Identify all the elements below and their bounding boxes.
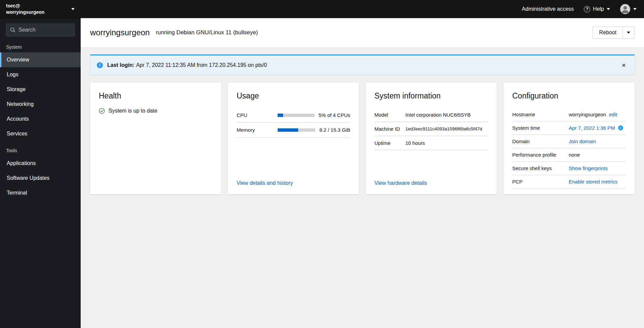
configuration-card: Configuration Hostname worryingsurgeon e… <box>504 83 635 194</box>
sidebar-item-software-updates[interactable]: Software Updates <box>0 171 81 186</box>
health-status-row: System is up to date <box>99 108 212 114</box>
memory-detail: 8.2 / 15.3 GiB <box>319 127 350 133</box>
overview-content: i Last login:Apr 7, 2022 11:12:35 AM fro… <box>81 47 644 328</box>
memory-label: Memory <box>237 127 274 133</box>
performance-profile-label: Performance profile <box>512 152 569 158</box>
domain-label: Domain <box>512 138 569 144</box>
sidebar-item-storage[interactable]: Storage <box>0 82 81 97</box>
current-user: tsec@ <box>6 3 44 9</box>
configuration-title: Configuration <box>512 91 626 100</box>
sidebar: tsec@ worryingsurgeon System Overview Lo… <box>0 0 81 328</box>
main-content: worryingsurgeon running Debian GNU/Linux… <box>81 18 644 328</box>
help-menu-button[interactable]: ? Help <box>584 6 610 12</box>
system-time-row: System time Apr 7, 2022 1:36 PM i <box>512 121 626 135</box>
uptime-value: 10 hours <box>405 140 488 146</box>
memory-usage-row: Memory 8.2 / 15.3 GiB <box>237 123 350 137</box>
sidebar-item-services[interactable]: Services <box>0 126 81 141</box>
sidebar-item-accounts[interactable]: Accounts <box>0 112 81 126</box>
time-info-icon[interactable]: i <box>618 125 623 130</box>
sidebar-item-applications[interactable]: Applications <box>0 156 81 171</box>
system-time-label: System time <box>512 125 569 131</box>
close-icon[interactable]: × <box>620 61 628 69</box>
last-login-text: Last login:Apr 7, 2022 11:12:35 AM from … <box>107 62 267 68</box>
reboot-dropdown-toggle[interactable] <box>623 27 635 39</box>
search-icon <box>10 27 15 33</box>
sidebar-nav: System Overview Logs Storage Networking … <box>0 38 81 200</box>
nav-section-system: System <box>0 38 81 52</box>
pcp-label: PCP <box>512 179 569 184</box>
machine-id-row: Machine ID 1ed3eec9111c4093a1096f69a6c5f… <box>374 122 488 136</box>
hostname-edit-link[interactable]: edit <box>609 112 617 117</box>
cpu-detail: 5% of 4 CPUs <box>319 112 350 118</box>
search-input[interactable] <box>18 27 71 33</box>
os-description: running Debian GNU/Linux 11 (bullseye) <box>156 29 258 36</box>
show-fingerprints-link[interactable]: Show fingerprints <box>569 165 608 171</box>
sidebar-item-terminal[interactable]: Terminal <box>0 186 81 200</box>
performance-profile-row: Performance profile none <box>512 148 626 162</box>
pcp-row: PCP Enable stored metrics <box>512 175 626 189</box>
cpu-progress-fill <box>278 114 283 117</box>
ssh-keys-row: Secure shell keys Show fingerprints <box>512 162 626 175</box>
chevron-down-icon <box>71 8 75 10</box>
last-login-alert: i Last login:Apr 7, 2022 11:12:35 AM fro… <box>90 54 635 75</box>
view-hardware-details-link[interactable]: View hardware details <box>374 180 488 186</box>
health-status-text: System is up to date <box>109 108 157 114</box>
health-card-title: Health <box>99 91 212 100</box>
nav-section-tools: Tools <box>0 141 81 156</box>
model-value: Intel corporation NUC6i5SYB <box>405 112 488 118</box>
memory-progress-bar <box>278 128 315 132</box>
cpu-label: CPU <box>237 112 274 118</box>
usage-card: Usage CPU 5% of 4 CPUs Memory 8.2 / 15.3… <box>228 83 359 194</box>
join-domain-link[interactable]: Join domain <box>569 138 596 144</box>
last-login-message: Apr 7, 2022 11:12:35 AM from 172.20.254.… <box>136 62 267 68</box>
view-details-history-link[interactable]: View details and history <box>237 180 350 186</box>
administrative-access-button[interactable]: Administrative access <box>522 6 574 12</box>
domain-row: Domain Join domain <box>512 135 626 148</box>
enable-stored-metrics-link[interactable]: Enable stored metrics <box>569 179 617 184</box>
system-information-card: System information Model Intel corporati… <box>366 83 497 194</box>
host-switcher[interactable]: tsec@ worryingsurgeon <box>0 0 81 18</box>
sidebar-item-overview[interactable]: Overview <box>0 52 81 67</box>
performance-profile-value: none <box>569 152 580 158</box>
chevron-down-icon <box>633 8 637 10</box>
memory-progress-fill <box>278 128 298 132</box>
hostname-row: Hostname worryingsurgeon edit <box>512 108 626 121</box>
health-card: Health System is up to date <box>90 83 221 194</box>
ssh-keys-label: Secure shell keys <box>512 165 569 171</box>
session-menu-button[interactable] <box>620 4 637 14</box>
system-information-title: System information <box>374 91 488 100</box>
hostname-value: worryingsurgeon <box>569 112 606 117</box>
host-switcher-label: tsec@ worryingsurgeon <box>6 3 44 15</box>
page-header: worryingsurgeon running Debian GNU/Linux… <box>81 18 644 47</box>
chevron-down-icon <box>607 8 610 10</box>
sidebar-item-networking[interactable]: Networking <box>0 97 81 112</box>
help-label: Help <box>593 6 604 12</box>
check-circle-icon <box>99 108 105 114</box>
model-row: Model Intel corporation NUC6i5SYB <box>374 108 488 122</box>
reboot-button[interactable]: Reboot <box>593 27 623 39</box>
uptime-row: Uptime 10 hours <box>374 136 488 150</box>
machine-id-value: 1ed3eec9111c4093a1096f69a6c5f47d <box>405 126 488 131</box>
chevron-down-icon <box>627 32 630 34</box>
sidebar-search <box>6 24 75 36</box>
model-label: Model <box>374 112 405 118</box>
info-icon: i <box>97 62 103 68</box>
cpu-usage-row: CPU 5% of 4 CPUs <box>237 108 350 123</box>
system-time-link[interactable]: Apr 7, 2022 1:36 PM <box>569 125 615 131</box>
machine-id-label: Machine ID <box>374 126 405 132</box>
reboot-split-button: Reboot <box>593 27 635 39</box>
avatar <box>620 4 630 14</box>
usage-card-title: Usage <box>237 91 350 100</box>
cpu-progress-bar <box>278 114 315 117</box>
uptime-label: Uptime <box>374 140 405 146</box>
page-title: worryingsurgeon <box>90 28 150 37</box>
administrative-access-label: Administrative access <box>522 6 574 12</box>
current-host: worryingsurgeon <box>6 9 44 15</box>
overview-cards: Health System is up to date Usage CPU 5 <box>90 83 635 194</box>
hostname-label: Hostname <box>512 112 569 117</box>
last-login-label: Last login: <box>107 62 134 68</box>
cockpit-app: tsec@ worryingsurgeon System Overview Lo… <box>0 0 644 328</box>
help-icon: ? <box>584 6 590 12</box>
sidebar-item-logs[interactable]: Logs <box>0 67 81 82</box>
masthead: Administrative access ? Help <box>81 0 644 18</box>
